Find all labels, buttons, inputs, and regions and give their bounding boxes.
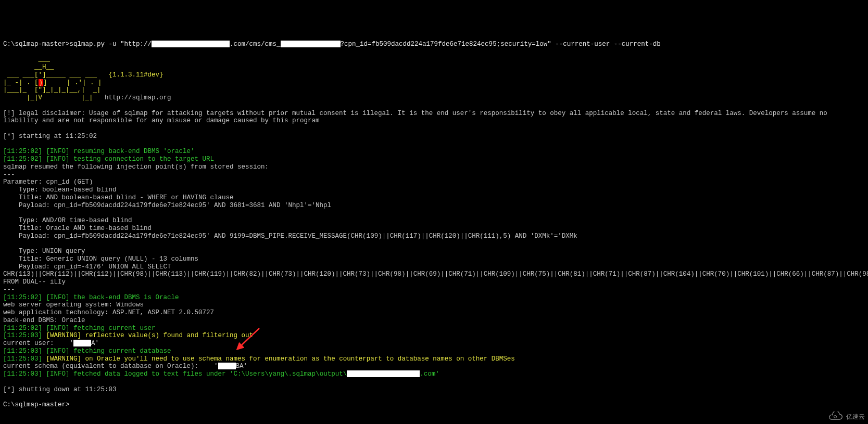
- dbms-line: back-end DBMS: Oracle: [3, 317, 85, 324]
- log-line: [11:25:03] [WARNING] reflective value(s)…: [3, 332, 253, 339]
- os-line: web server operating system: Windows: [3, 301, 144, 309]
- log-line: [11:25:03] [INFO] fetched data logged to…: [3, 370, 439, 378]
- inj-title: Title: Oracle AND time-based blind: [3, 225, 152, 232]
- inj-title: Title: Generic UNION query (NULL) - 13 c…: [3, 255, 198, 263]
- logo-line: |_|V |_| http://sqlmap.org: [3, 94, 171, 101]
- disclaimer: [!] legal disclaimer: Usage of sqlmap fo…: [3, 110, 831, 125]
- inj-title: Title: AND boolean-based blind - WHERE o…: [3, 194, 234, 201]
- log-line: [11:25:03] [WARNING] on Oracle you'll ne…: [3, 355, 515, 363]
- command-line: C:\sqlmap-master>sqlmap.py -u "http://.c…: [3, 41, 661, 48]
- watermark: 亿速云: [826, 412, 865, 422]
- current-user-line: current user: 'A': [3, 340, 99, 347]
- inj-payload: Payload: cpn_id=fb509dacdd224a179fde6e71…: [3, 202, 331, 209]
- inj-type: Type: AND/OR time-based blind: [3, 217, 132, 224]
- redaction-bar: [281, 41, 341, 47]
- resumed-line: sqlmap resumed the following injection p…: [3, 163, 269, 171]
- logo-banner: ): [39, 79, 44, 87]
- log-line: [11:25:02] [INFO] testing connection to …: [3, 156, 214, 163]
- terminal-output[interactable]: C:\sqlmap-master>sqlmap.py -u "http://.c…: [0, 31, 868, 411]
- log-line: [11:25:02] [INFO] the back-end DBMS is O…: [3, 294, 179, 301]
- log-line: [11:25:02] [INFO] resuming back-end DBMS…: [3, 148, 195, 155]
- tech-line: web application technology: ASP.NET, ASP…: [3, 309, 214, 316]
- redaction-bar: [347, 370, 420, 377]
- separator: ---: [3, 286, 15, 293]
- inj-payload: Payload: cpn_id=fb509dacdd224a179fde6e71…: [3, 233, 577, 240]
- parameter-line: Parameter: cpn_id (GET): [3, 178, 93, 186]
- inj-type: Type: UNION query: [3, 248, 85, 255]
- shutting-line: [*] shutting down at 11:25:03: [3, 386, 117, 393]
- logo-line: |_ -| . [)] | .'| . |: [3, 79, 102, 86]
- redaction-bar: [218, 363, 236, 369]
- inj-type: Type: boolean-based blind: [3, 186, 117, 194]
- starting-line: [*] starting at 11:25:02: [3, 133, 97, 140]
- svg-point-1: [834, 416, 837, 418]
- prompt-line[interactable]: C:\sqlmap-master>: [3, 401, 70, 408]
- current-schema-line: current schema (equivalent to database o…: [3, 363, 247, 370]
- cloud-icon: [826, 412, 844, 422]
- separator: ---: [3, 171, 15, 178]
- redaction-bar: [73, 340, 91, 346]
- watermark-text: 亿速云: [846, 413, 865, 420]
- logo-line: ___: [3, 56, 50, 63]
- logo-line: ___ ___[']_____ ___ ___ {1.1.3.11#dev}: [3, 71, 163, 79]
- log-line: [11:25:02] [INFO] fetching current user: [3, 325, 156, 332]
- logo-line: |___|_ ["]_|_|_|__,| _|: [3, 86, 101, 94]
- logo-line: __H__: [3, 63, 54, 71]
- inj-payload: Payload: cpn_id=-4176' UNION ALL SELECT …: [3, 263, 868, 286]
- redaction-bar: [152, 41, 230, 47]
- log-line: [11:25:03] [INFO] fetching current datab…: [3, 348, 171, 355]
